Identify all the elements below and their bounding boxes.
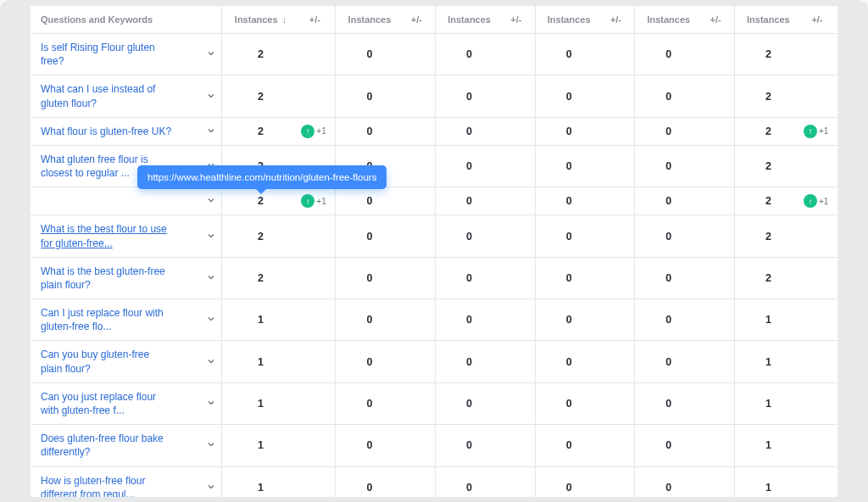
instances-value: 0 [435, 299, 503, 341]
delta-value [702, 145, 734, 187]
delta-value [603, 187, 635, 215]
delta-value [503, 299, 535, 341]
instances-value: 0 [435, 466, 503, 497]
question-cell[interactable]: What flour is gluten-free UK? [31, 117, 221, 145]
instances-value: 0 [435, 145, 503, 187]
question-cell[interactable]: What is the best gluten-free plain flour… [31, 257, 221, 298]
instances-value: 0 [435, 257, 503, 298]
chevron-down-icon[interactable] [206, 355, 216, 369]
delta-value [503, 187, 535, 215]
chevron-down-icon[interactable] [206, 194, 216, 208]
question-cell[interactable]: What can I use instead of gluten flour? [31, 75, 221, 117]
delta-value [603, 425, 635, 466]
question-cell[interactable]: What is the best flour to use for gluten… [31, 215, 221, 257]
column-header-pm-2[interactable]: +/- [403, 6, 436, 34]
delta-value [802, 145, 837, 187]
table-row: What is the best flour to use for gluten… [31, 215, 837, 257]
delta-value [802, 341, 837, 382]
delta-value [702, 466, 734, 497]
question-cell[interactable]: Is self Rising Flour gluten free? [31, 34, 221, 75]
chevron-down-icon[interactable] [206, 313, 216, 326]
delta-value [802, 257, 837, 298]
delta-value [802, 34, 837, 75]
delta-value [702, 299, 734, 341]
table-row: Can you just replace flour with gluten-f… [31, 382, 837, 424]
instances-value: 1 [734, 425, 802, 466]
column-header-instances-6[interactable]: Instances [734, 6, 802, 34]
instances-value: 0 [535, 299, 603, 341]
question-cell[interactable]: Can you buy gluten-free plain flour? [31, 341, 221, 382]
delta-value [299, 341, 336, 382]
chevron-down-icon[interactable] [206, 438, 216, 452]
delta-value [403, 466, 436, 497]
instances-value: 0 [336, 117, 403, 145]
chevron-down-icon[interactable] [206, 397, 216, 410]
instances-value: 0 [635, 341, 703, 382]
delta-value [702, 75, 734, 117]
delta-value [603, 466, 635, 497]
question-text: Can you buy gluten-free plain flour? [41, 348, 172, 375]
column-header-pm-6[interactable]: +/- [802, 6, 837, 34]
question-cell[interactable]: Can you just replace flour with gluten-f… [31, 382, 221, 424]
delta-value [299, 75, 336, 117]
chevron-down-icon[interactable] [206, 90, 216, 103]
delta-value [299, 382, 336, 424]
delta-value [503, 257, 535, 298]
column-header-instances-3[interactable]: Instances [435, 6, 503, 34]
instances-value: 2 [221, 117, 299, 145]
instances-value: 0 [535, 425, 603, 466]
instances-value: 1 [221, 382, 299, 424]
column-header-instances-5[interactable]: Instances [635, 6, 703, 34]
delta-value [702, 34, 734, 75]
instances-value: 0 [535, 34, 603, 75]
question-cell[interactable]: Can I just replace flour with gluten-fre… [31, 299, 221, 341]
column-header-pm-4[interactable]: +/- [603, 6, 635, 34]
delta-value [603, 34, 635, 75]
column-header-pm-3[interactable]: +/- [503, 6, 535, 34]
instances-value: 0 [336, 34, 403, 75]
column-header-pm-5[interactable]: +/- [702, 6, 734, 34]
instances-value: 0 [535, 341, 603, 382]
chevron-down-icon[interactable] [206, 47, 216, 61]
column-header-instances-4[interactable]: Instances [535, 6, 603, 34]
instances-value: 0 [635, 299, 703, 341]
instances-value: 2 [221, 75, 299, 117]
question-text: What flour is gluten-free UK? [41, 125, 171, 138]
delta-value [403, 341, 436, 382]
delta-value [603, 75, 635, 117]
delta-value [503, 215, 535, 257]
app-frame: https://www.healthline.com/nutrition/glu… [0, 0, 868, 502]
delta-value [802, 466, 837, 497]
chevron-down-icon[interactable] [206, 271, 216, 285]
delta-value [702, 257, 734, 298]
delta-value [403, 425, 436, 466]
chevron-down-icon[interactable] [206, 230, 216, 243]
instances-value: 0 [635, 75, 703, 117]
instances-value: 0 [635, 382, 703, 424]
question-text: Can I just replace flour with gluten-fre… [41, 306, 172, 333]
question-text: What is the best gluten-free plain flour… [41, 265, 172, 292]
question-cell[interactable]: How is gluten-free flour different from … [31, 466, 221, 497]
delta-text: +1 [819, 197, 828, 206]
instances-value: 0 [435, 425, 503, 466]
column-header-questions[interactable]: Questions and Keywords [31, 6, 221, 34]
instances-value: 0 [336, 425, 403, 466]
instances-value: 0 [435, 75, 503, 117]
delta-value [503, 117, 535, 145]
delta-value [702, 382, 734, 424]
delta-value [403, 34, 436, 75]
table-row: What flour is gluten-free UK?2↑+100002↑+… [31, 117, 837, 145]
question-text: What can I use instead of gluten flour? [41, 82, 172, 109]
delta-value [403, 75, 436, 117]
delta-value [802, 215, 837, 257]
column-header-pm-1[interactable]: +/- [299, 6, 336, 34]
instances-value: 0 [435, 117, 503, 145]
link-tooltip: https://www.healthline.com/nutrition/glu… [137, 165, 387, 189]
column-header-instances-2[interactable]: Instances [336, 6, 403, 34]
column-header-instances-1[interactable]: Instances ↓ [221, 6, 299, 34]
chevron-down-icon[interactable] [206, 125, 216, 138]
question-cell[interactable]: Does gluten-free flour bake differently? [31, 425, 221, 466]
chevron-down-icon[interactable] [206, 481, 216, 494]
instances-value: 1 [221, 425, 299, 466]
question-cell[interactable] [31, 187, 221, 215]
